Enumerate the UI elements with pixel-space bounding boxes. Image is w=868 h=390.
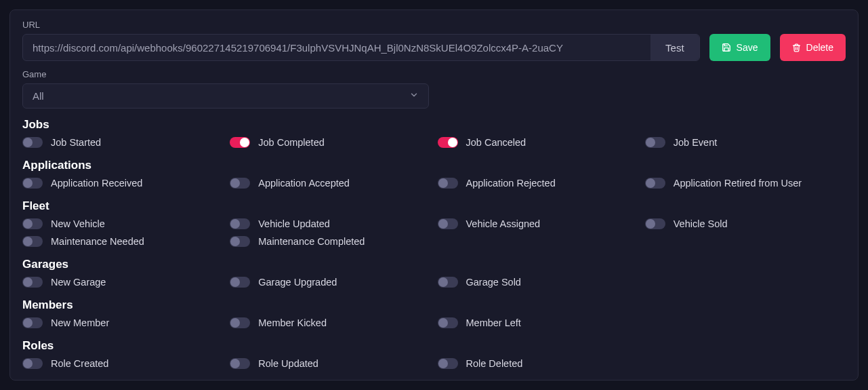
toggle-label: New Garage <box>51 277 106 288</box>
toggle-item: Role Deleted <box>438 357 638 370</box>
toggle[interactable] <box>645 137 665 148</box>
game-select[interactable]: All <box>22 83 429 109</box>
toggle[interactable] <box>230 358 250 369</box>
toggle-label: Role Updated <box>258 358 318 369</box>
toggle-label: Maintenance Needed <box>51 236 144 247</box>
trash-icon <box>792 43 801 52</box>
toggle-item: Vehicle Assigned <box>438 217 638 231</box>
delete-button[interactable]: Delete <box>780 34 846 61</box>
toggle-label: New Vehicle <box>51 218 105 229</box>
toggle[interactable] <box>22 277 43 288</box>
toggle[interactable] <box>438 218 458 229</box>
toggle-knob <box>646 219 655 229</box>
chevron-down-icon <box>409 90 419 102</box>
toggle-knob <box>646 178 655 188</box>
toggle-item: Job Canceled <box>438 136 638 149</box>
toggle[interactable] <box>230 317 250 328</box>
toggle[interactable] <box>230 178 250 189</box>
toggle-knob <box>23 318 33 328</box>
toggle-knob <box>23 219 33 229</box>
toggle[interactable] <box>22 218 43 229</box>
toggle-item: Job Event <box>645 136 846 149</box>
toggle-label: New Member <box>51 317 109 328</box>
toggle-item: Member Kicked <box>230 316 430 330</box>
toggle[interactable] <box>645 218 665 229</box>
toggle-item: Maintenance Needed <box>22 235 223 248</box>
toggle[interactable] <box>438 317 458 328</box>
toggle-item: Role Updated <box>230 357 430 370</box>
toggle-item: Garage Upgraded <box>230 275 430 289</box>
toggle-item: Application Rejected <box>438 176 638 190</box>
toggle[interactable] <box>438 277 458 288</box>
toggle[interactable] <box>230 277 250 288</box>
toggle[interactable] <box>645 178 665 189</box>
toggle-item: New Vehicle <box>22 217 223 231</box>
toggle[interactable] <box>438 358 458 369</box>
url-input[interactable] <box>23 35 650 60</box>
toggle-knob <box>23 178 33 188</box>
toggle-label: Application Rejected <box>466 178 556 189</box>
toggle-knob <box>438 277 448 287</box>
toggle[interactable] <box>230 218 250 229</box>
toggle[interactable] <box>22 236 43 247</box>
section-title: Members <box>22 298 846 312</box>
toggle-label: Job Canceled <box>466 137 526 148</box>
toggle[interactable] <box>22 137 43 148</box>
toggle-knob <box>23 138 33 147</box>
toggle-knob <box>230 237 240 246</box>
toggle-knob <box>448 138 457 147</box>
toggle-label: Application Accepted <box>258 178 350 189</box>
toggle[interactable] <box>438 178 458 189</box>
toggle[interactable] <box>22 317 43 328</box>
section-title: Garages <box>22 258 846 271</box>
toggle-label: Role Deleted <box>466 358 523 369</box>
toggle[interactable] <box>438 137 458 148</box>
toggle-knob <box>438 359 448 368</box>
toggle-knob <box>230 318 240 328</box>
toggle-item: Garage Sold <box>438 275 638 289</box>
toggle[interactable] <box>22 358 43 369</box>
toggle[interactable] <box>230 137 250 148</box>
toggle-knob <box>240 138 249 147</box>
section-title: Applications <box>22 159 846 172</box>
toggle-label: Job Completed <box>258 137 325 148</box>
toggle-grid: Job StartedJob CompletedJob CanceledJob … <box>22 136 846 149</box>
toggle-label: Role Created <box>51 358 108 369</box>
toggle-item: Vehicle Sold <box>645 217 846 231</box>
toggle-grid: New MemberMember KickedMember Left <box>22 316 846 330</box>
toggle-item: New Garage <box>22 275 223 289</box>
toggle-label: Application Received <box>51 178 142 189</box>
toggle-knob <box>438 178 448 188</box>
toggle-knob <box>646 138 655 147</box>
section-title: Roles <box>22 339 846 353</box>
test-button[interactable]: Test <box>650 35 699 60</box>
toggle-item: Application Accepted <box>230 176 430 190</box>
toggle[interactable] <box>230 236 250 247</box>
toggle-grid: New VehicleVehicle UpdatedVehicle Assign… <box>22 217 846 248</box>
toggle[interactable] <box>22 178 43 189</box>
toggle-label: Vehicle Assigned <box>466 218 541 229</box>
url-row: Test Save Delete <box>22 34 846 61</box>
save-icon <box>722 43 731 52</box>
game-selected-value: All <box>33 90 44 102</box>
toggle-item: Maintenance Completed <box>230 235 430 248</box>
webhook-config-panel: URL Test Save <box>9 9 859 381</box>
game-label: Game <box>22 69 846 79</box>
toggle-knob <box>23 359 33 368</box>
toggle-label: Member Left <box>466 317 521 328</box>
toggle-knob <box>230 277 240 287</box>
save-button[interactable]: Save <box>709 34 770 61</box>
toggle-label: Application Retired from User <box>674 178 802 189</box>
toggle-knob <box>230 178 240 188</box>
toggle-grid: New GarageGarage UpgradedGarage Sold <box>22 275 846 289</box>
toggle-knob <box>230 359 240 368</box>
toggle-item: New Member <box>22 316 223 330</box>
section-title: Jobs <box>22 118 846 132</box>
toggle-label: Job Started <box>51 137 101 148</box>
toggle-knob <box>230 219 240 229</box>
toggle-item: Member Left <box>438 316 638 330</box>
toggle-label: Garage Upgraded <box>258 277 337 288</box>
toggle-item: Application Received <box>22 176 223 190</box>
toggle-knob <box>23 237 33 246</box>
toggle-item: Vehicle Updated <box>230 217 430 231</box>
